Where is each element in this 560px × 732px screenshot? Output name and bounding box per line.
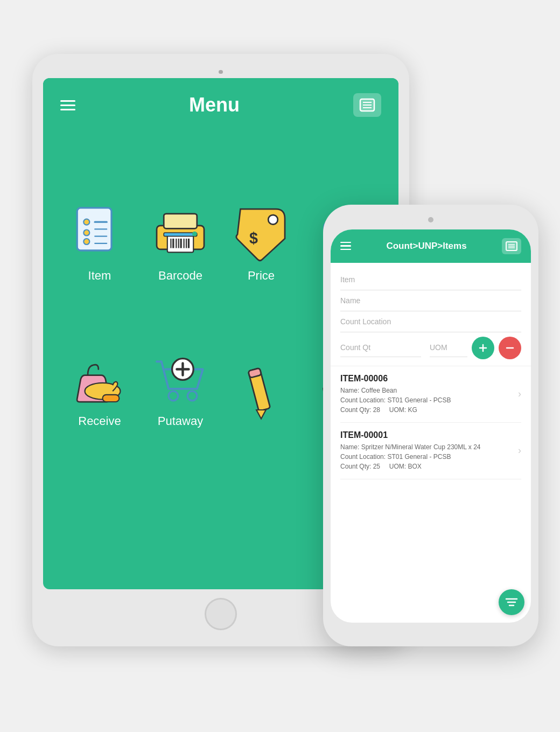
- item-field-label: Item: [340, 275, 355, 284]
- receive-icon: [70, 348, 129, 408]
- count-row: Count Qt UOM: [340, 332, 521, 364]
- add-count-button[interactable]: [472, 337, 494, 359]
- phone-app-title: Count>UNP>Items: [386, 241, 466, 252]
- list-item-1[interactable]: ITEM-00001 Name: Spritzer N/Mineral Wate…: [340, 423, 521, 479]
- menu-item-item-label: Item: [88, 269, 111, 283]
- item-location-0: Count Location: ST01 General - PCSB: [340, 396, 451, 404]
- menu-item-barcode[interactable]: Barcode: [145, 148, 215, 283]
- item-details-0: Name: Coffee Bean Count Location: ST01 G…: [340, 386, 514, 415]
- count-qt-field[interactable]: Count Qt: [340, 338, 421, 357]
- tablet-list-icon-button[interactable]: [353, 93, 381, 117]
- item-code-1: ITEM-00001: [340, 430, 514, 440]
- chevron-right-icon-1: ›: [518, 445, 521, 456]
- menu-item-tool1[interactable]: [226, 294, 296, 428]
- tablet-camera: [219, 70, 223, 74]
- filter-fab-button[interactable]: [499, 589, 524, 615]
- item-field[interactable]: Item: [340, 269, 521, 290]
- item-location-1: Count Location: ST01 General - PCSB: [340, 453, 451, 461]
- items-list: ITEM-00006 Name: Coffee Bean Count Locat…: [331, 366, 531, 623]
- menu-item-receive-label: Receive: [78, 414, 121, 428]
- phone-notch: [398, 214, 463, 226]
- price-icon: $: [232, 203, 291, 262]
- menu-item-putaway[interactable]: Putaway: [145, 294, 215, 428]
- svg-text:$: $: [249, 229, 258, 247]
- tablet-home-button[interactable]: [205, 598, 237, 630]
- hamburger-menu-icon[interactable]: [60, 100, 75, 110]
- svg-rect-23: [164, 233, 197, 236]
- menu-item-item[interactable]: Item: [65, 148, 135, 283]
- tablet-header: Menu: [43, 78, 398, 132]
- item-uom-1: UOM: BOX: [389, 463, 422, 470]
- menu-item-price[interactable]: $ Price: [226, 148, 296, 283]
- subtract-count-button[interactable]: [499, 337, 521, 359]
- uom-label: UOM: [430, 343, 447, 352]
- menu-item-putaway-label: Putaway: [158, 414, 203, 428]
- count-location-label: Count Location: [340, 317, 391, 326]
- count-qt-label: Count Qt: [340, 343, 370, 352]
- count-location-field[interactable]: Count Location: [340, 311, 521, 332]
- barcode-icon: [151, 203, 210, 262]
- menu-item-price-label: Price: [248, 269, 275, 283]
- scene: Menu: [22, 22, 538, 711]
- item-code-0: ITEM-00006: [340, 374, 514, 384]
- item-details-1: Name: Spritzer N/Mineral Water Cup 230ML…: [340, 442, 514, 471]
- svg-marker-42: [256, 410, 266, 419]
- form-section: Item Name Count Location Count Qt UOM: [331, 263, 531, 366]
- phone-screen: Count>UNP>Items Item: [331, 229, 531, 623]
- svg-point-24: [192, 232, 197, 236]
- phone-list-icon-button[interactable]: [502, 238, 521, 254]
- svg-rect-35: [103, 394, 120, 401]
- list-item-content-1: ITEM-00001 Name: Spritzer N/Mineral Wate…: [340, 430, 514, 471]
- list-item[interactable]: ITEM-00006 Name: Coffee Bean Count Locat…: [340, 366, 521, 423]
- list-item-content-0: ITEM-00006 Name: Coffee Bean Count Locat…: [340, 374, 514, 415]
- svg-point-5: [83, 219, 89, 225]
- item-uom-0: UOM: KG: [389, 406, 417, 414]
- tool1-icon: [232, 362, 291, 422]
- svg-point-25: [268, 215, 278, 225]
- phone-body: Item Name Count Location Count Qt UOM: [331, 263, 531, 623]
- svg-point-8: [83, 229, 89, 235]
- svg-point-10: [83, 239, 89, 245]
- svg-rect-13: [164, 214, 197, 229]
- tablet-menu-title: Menu: [189, 94, 240, 116]
- phone-hamburger-icon[interactable]: [340, 242, 351, 250]
- svg-point-36: [169, 391, 178, 401]
- phone-header: Count>UNP>Items: [331, 229, 531, 263]
- svg-point-37: [187, 391, 197, 401]
- item-icon: [70, 203, 129, 262]
- menu-item-receive[interactable]: Receive: [65, 294, 135, 428]
- item-name-1: Name: Spritzer N/Mineral Water Cup 230ML…: [340, 443, 481, 451]
- name-field-label: Name: [340, 296, 360, 305]
- chevron-right-icon-0: ›: [518, 388, 521, 400]
- menu-item-barcode-label: Barcode: [158, 269, 202, 283]
- putaway-icon: [151, 348, 210, 408]
- item-qty-0: Count Qty: 28: [340, 406, 380, 414]
- item-qty-1: Count Qty: 25: [340, 463, 380, 470]
- item-name-0: Name: Coffee Bean: [340, 387, 397, 394]
- name-field[interactable]: Name: [340, 290, 521, 311]
- phone-device: Count>UNP>Items Item: [323, 205, 538, 646]
- uom-field[interactable]: UOM: [430, 338, 467, 357]
